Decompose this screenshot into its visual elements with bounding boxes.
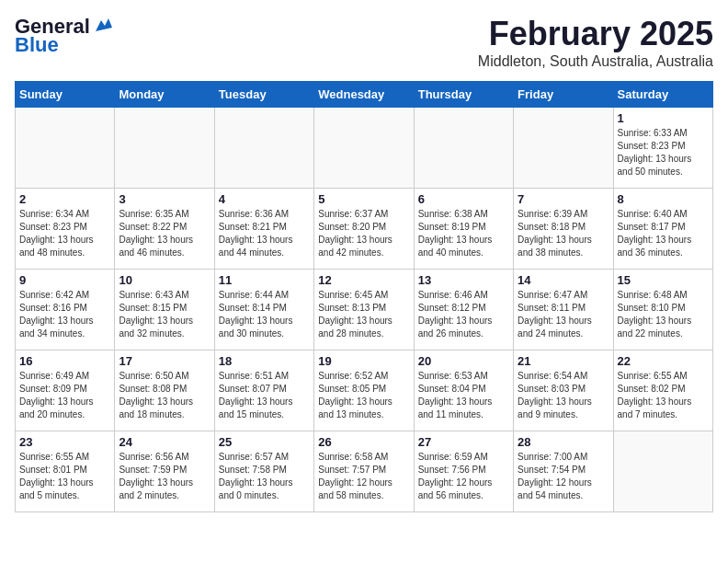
day-info: Sunrise: 6:55 AM Sunset: 8:01 PM Dayligh…: [19, 451, 110, 502]
day-info: Sunrise: 6:46 AM Sunset: 8:12 PM Dayligh…: [418, 289, 509, 340]
day-number: 25: [219, 435, 310, 449]
table-row: 16Sunrise: 6:49 AM Sunset: 8:09 PM Dayli…: [16, 350, 115, 431]
table-row: [414, 108, 513, 189]
table-row: 1Sunrise: 6:33 AM Sunset: 8:23 PM Daylig…: [613, 108, 712, 189]
day-info: Sunrise: 6:39 AM Sunset: 8:18 PM Dayligh…: [518, 208, 609, 259]
table-row: 12Sunrise: 6:45 AM Sunset: 8:13 PM Dayli…: [314, 270, 414, 350]
day-info: Sunrise: 6:56 AM Sunset: 7:59 PM Dayligh…: [119, 451, 210, 502]
day-info: Sunrise: 6:34 AM Sunset: 8:23 PM Dayligh…: [19, 208, 110, 259]
table-row: 11Sunrise: 6:44 AM Sunset: 8:14 PM Dayli…: [214, 270, 313, 350]
day-number: 7: [518, 192, 609, 206]
day-info: Sunrise: 6:33 AM Sunset: 8:23 PM Dayligh…: [618, 127, 709, 178]
day-number: 27: [418, 435, 509, 449]
day-number: 9: [19, 273, 110, 287]
day-info: Sunrise: 6:42 AM Sunset: 8:16 PM Dayligh…: [19, 289, 110, 340]
col-wednesday: Wednesday: [314, 82, 414, 108]
day-info: Sunrise: 6:43 AM Sunset: 8:15 PM Dayligh…: [119, 289, 210, 340]
day-number: 11: [219, 273, 310, 287]
col-saturday: Saturday: [613, 82, 712, 108]
table-row: 9Sunrise: 6:42 AM Sunset: 8:16 PM Daylig…: [16, 270, 115, 350]
col-tuesday: Tuesday: [214, 82, 313, 108]
table-row: 13Sunrise: 6:46 AM Sunset: 8:12 PM Dayli…: [414, 270, 513, 350]
day-info: Sunrise: 6:55 AM Sunset: 8:02 PM Dayligh…: [618, 370, 709, 421]
table-row: 3Sunrise: 6:35 AM Sunset: 8:22 PM Daylig…: [115, 189, 214, 270]
day-info: Sunrise: 6:57 AM Sunset: 7:58 PM Dayligh…: [219, 451, 310, 502]
day-number: 21: [518, 354, 609, 368]
col-monday: Monday: [115, 82, 214, 108]
calendar-week-row: 2Sunrise: 6:34 AM Sunset: 8:23 PM Daylig…: [16, 189, 713, 270]
day-number: 19: [318, 354, 409, 368]
day-number: 23: [19, 435, 110, 449]
table-row: 19Sunrise: 6:52 AM Sunset: 8:05 PM Dayli…: [314, 350, 414, 431]
table-row: 15Sunrise: 6:48 AM Sunset: 8:10 PM Dayli…: [613, 270, 712, 350]
day-info: Sunrise: 6:53 AM Sunset: 8:04 PM Dayligh…: [418, 370, 509, 421]
day-number: 2: [19, 192, 110, 206]
day-info: Sunrise: 7:00 AM Sunset: 7:54 PM Dayligh…: [518, 451, 609, 502]
table-row: 26Sunrise: 6:58 AM Sunset: 7:57 PM Dayli…: [314, 431, 414, 512]
table-row: 5Sunrise: 6:37 AM Sunset: 8:20 PM Daylig…: [314, 189, 414, 270]
day-info: Sunrise: 6:50 AM Sunset: 8:08 PM Dayligh…: [119, 370, 210, 421]
day-number: 10: [119, 273, 210, 287]
day-info: Sunrise: 6:47 AM Sunset: 8:11 PM Dayligh…: [518, 289, 609, 340]
calendar-header-row: Sunday Monday Tuesday Wednesday Thursday…: [16, 82, 713, 108]
calendar-week-row: 1Sunrise: 6:33 AM Sunset: 8:23 PM Daylig…: [16, 108, 713, 189]
day-number: 20: [418, 354, 509, 368]
day-number: 17: [119, 354, 210, 368]
day-number: 3: [119, 192, 210, 206]
table-row: 23Sunrise: 6:55 AM Sunset: 8:01 PM Dayli…: [16, 431, 115, 512]
svg-marker-0: [96, 18, 112, 31]
day-info: Sunrise: 6:52 AM Sunset: 8:05 PM Dayligh…: [318, 370, 409, 421]
table-row: 2Sunrise: 6:34 AM Sunset: 8:23 PM Daylig…: [16, 189, 115, 270]
table-row: [514, 108, 613, 189]
table-row: 22Sunrise: 6:55 AM Sunset: 8:02 PM Dayli…: [613, 350, 712, 431]
table-row: [115, 108, 214, 189]
day-number: 22: [618, 354, 709, 368]
day-number: 8: [618, 192, 709, 206]
table-row: 18Sunrise: 6:51 AM Sunset: 8:07 PM Dayli…: [214, 350, 313, 431]
day-info: Sunrise: 6:59 AM Sunset: 7:56 PM Dayligh…: [418, 451, 509, 502]
calendar-location: Middleton, South Australia, Australia: [478, 53, 713, 70]
page-header: General Blue February 2025 Middleton, So…: [15, 15, 713, 70]
day-info: Sunrise: 6:37 AM Sunset: 8:20 PM Dayligh…: [318, 208, 409, 259]
table-row: 28Sunrise: 7:00 AM Sunset: 7:54 PM Dayli…: [514, 431, 613, 512]
day-info: Sunrise: 6:40 AM Sunset: 8:17 PM Dayligh…: [618, 208, 709, 259]
calendar-week-row: 9Sunrise: 6:42 AM Sunset: 8:16 PM Daylig…: [16, 270, 713, 350]
day-number: 6: [418, 192, 509, 206]
day-info: Sunrise: 6:35 AM Sunset: 8:22 PM Dayligh…: [119, 208, 210, 259]
table-row: 17Sunrise: 6:50 AM Sunset: 8:08 PM Dayli…: [115, 350, 214, 431]
day-number: 24: [119, 435, 210, 449]
table-row: 21Sunrise: 6:54 AM Sunset: 8:03 PM Dayli…: [514, 350, 613, 431]
logo: General Blue: [15, 15, 112, 57]
table-row: 8Sunrise: 6:40 AM Sunset: 8:17 PM Daylig…: [613, 189, 712, 270]
day-info: Sunrise: 6:36 AM Sunset: 8:21 PM Dayligh…: [219, 208, 310, 259]
day-info: Sunrise: 6:51 AM Sunset: 8:07 PM Dayligh…: [219, 370, 310, 421]
day-info: Sunrise: 6:38 AM Sunset: 8:19 PM Dayligh…: [418, 208, 509, 259]
col-sunday: Sunday: [16, 82, 115, 108]
day-info: Sunrise: 6:45 AM Sunset: 8:13 PM Dayligh…: [318, 289, 409, 340]
calendar-week-row: 23Sunrise: 6:55 AM Sunset: 8:01 PM Dayli…: [16, 431, 713, 512]
calendar-week-row: 16Sunrise: 6:49 AM Sunset: 8:09 PM Dayli…: [16, 350, 713, 431]
day-number: 14: [518, 273, 609, 287]
table-row: 20Sunrise: 6:53 AM Sunset: 8:04 PM Dayli…: [414, 350, 513, 431]
logo-blue: Blue: [15, 33, 59, 57]
calendar-month-year: February 2025: [478, 15, 713, 53]
day-number: 4: [219, 192, 310, 206]
table-row: 4Sunrise: 6:36 AM Sunset: 8:21 PM Daylig…: [214, 189, 313, 270]
day-number: 26: [318, 435, 409, 449]
table-row: [314, 108, 414, 189]
day-number: 12: [318, 273, 409, 287]
table-row: 6Sunrise: 6:38 AM Sunset: 8:19 PM Daylig…: [414, 189, 513, 270]
col-friday: Friday: [514, 82, 613, 108]
table-row: 24Sunrise: 6:56 AM Sunset: 7:59 PM Dayli…: [115, 431, 214, 512]
day-number: 16: [19, 354, 110, 368]
day-number: 28: [518, 435, 609, 449]
table-row: 14Sunrise: 6:47 AM Sunset: 8:11 PM Dayli…: [514, 270, 613, 350]
calendar-table: Sunday Monday Tuesday Wednesday Thursday…: [15, 81, 713, 512]
table-row: 25Sunrise: 6:57 AM Sunset: 7:58 PM Dayli…: [214, 431, 313, 512]
col-thursday: Thursday: [414, 82, 513, 108]
table-row: 27Sunrise: 6:59 AM Sunset: 7:56 PM Dayli…: [414, 431, 513, 512]
table-row: [613, 431, 712, 512]
day-info: Sunrise: 6:58 AM Sunset: 7:57 PM Dayligh…: [318, 451, 409, 502]
table-row: 7Sunrise: 6:39 AM Sunset: 8:18 PM Daylig…: [514, 189, 613, 270]
day-number: 18: [219, 354, 310, 368]
